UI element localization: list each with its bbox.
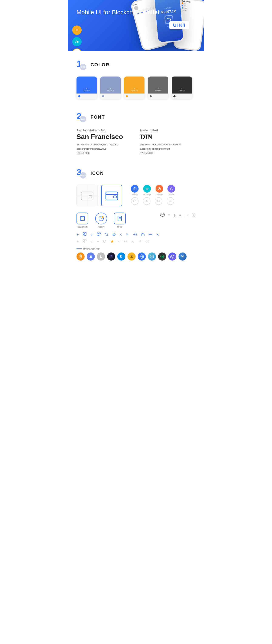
small-icons-section: + ✓ < <box>76 232 196 244</box>
history-icon-item: ! History <box>95 212 107 228</box>
wallet-wireframes <box>76 185 122 206</box>
din-upper: ABCDEFGHIJKLMNOPQRSTUVWXYZ <box>140 142 196 147</box>
info-circle-gray: ⓘ <box>146 240 149 244</box>
grid-coin-icon[interactable] <box>138 252 146 260</box>
exchange-icon[interactable] <box>143 185 151 192</box>
svg-text:!: ! <box>102 216 103 218</box>
svg-marker-70 <box>172 256 173 258</box>
waves-icon[interactable] <box>148 252 156 260</box>
chevron-left-icon-gray: < <box>118 240 120 244</box>
crypto-icons-row: ₿ Ξ Ł Đ Z <box>76 252 196 260</box>
svg-rect-44 <box>99 236 100 236</box>
small-icons-row-2: + ✓ − < ✕ ⓘ <box>76 239 196 244</box>
icon-section: 3 THREE ICON <box>76 160 196 265</box>
share-icon[interactable] <box>126 232 130 237</box>
svg-point-48 <box>134 234 136 235</box>
info-icon[interactable]: ⓘ <box>192 212 196 218</box>
blockchain-label: BlockChain Icon <box>83 248 100 250</box>
check-icon[interactable]: ✓ <box>90 233 93 237</box>
assets-label: Assets <box>132 194 138 196</box>
circle-icon[interactable]: ● <box>179 213 181 218</box>
svg-marker-47 <box>112 233 116 236</box>
color-section-number: 1 ONE <box>76 60 87 70</box>
nano-icon[interactable] <box>178 252 186 260</box>
search-icon[interactable] <box>104 232 108 237</box>
color-swatches: #3574FA #8DA0C8 #F5A623 <box>76 76 196 99</box>
bitcoin-icon[interactable]: ₿ <box>76 252 84 260</box>
svg-rect-52 <box>85 240 86 241</box>
polygon-icon[interactable] <box>168 252 176 260</box>
discover-icon-pair: Discover <box>156 185 163 196</box>
svg-point-15 <box>159 188 160 189</box>
font-grid: Regular · Medium · Bold San Francisco AB… <box>76 129 196 155</box>
svg-point-20 <box>170 200 171 201</box>
history-icon[interactable]: ! <box>95 212 107 224</box>
svg-rect-27 <box>118 216 122 221</box>
din-num: 1234567890 <box>140 151 196 155</box>
svg-point-16 <box>171 188 172 189</box>
hero-section: Mobile UI for Blockchain Wallet UI Kit P… <box>68 0 204 51</box>
profile-label: Profile <box>168 194 174 196</box>
history-label: History <box>98 226 104 228</box>
svg-rect-4 <box>170 19 171 20</box>
comment-icon[interactable]: ▭ <box>185 213 188 218</box>
profile-icon-pair: Profile <box>168 185 175 196</box>
color-section-header: 1 ONE COLOR <box>76 60 196 70</box>
plus-icon-gray: + <box>76 240 79 244</box>
order-icon[interactable] <box>114 212 126 224</box>
assets-icon[interactable] <box>131 185 138 192</box>
star-filled-icon[interactable] <box>110 239 114 244</box>
minus-icon-gray: − <box>97 240 99 244</box>
qr-icon[interactable] <box>97 232 101 237</box>
svg-rect-32 <box>85 232 86 234</box>
blockchain-line <box>76 248 82 249</box>
hero-badges: Ps 60+ Screens <box>72 26 82 51</box>
ethereum-icon[interactable]: Ξ <box>87 252 95 260</box>
dark-icon[interactable] <box>107 252 115 260</box>
moon-icon[interactable]: ◗ <box>174 213 176 218</box>
svg-rect-21 <box>80 216 84 220</box>
swap-icon[interactable] <box>148 232 152 237</box>
management-icon[interactable] <box>76 212 88 224</box>
chat-icon[interactable]: 💬 <box>160 213 165 218</box>
svg-rect-41 <box>98 235 98 236</box>
close-icon[interactable]: ✕ <box>156 233 159 237</box>
svg-marker-69 <box>171 255 174 258</box>
zcash-icon[interactable]: Z <box>128 252 136 260</box>
chevron-left-icon[interactable]: < <box>120 233 122 237</box>
sf-meta: Regular · Medium · Bold <box>76 129 132 132</box>
neo-icon[interactable] <box>158 252 166 260</box>
arrow-right-gray <box>138 239 142 244</box>
font-section-header: 2 TWO FONT <box>76 112 196 122</box>
svg-rect-10 <box>114 196 116 198</box>
hero-title: Mobile UI for Blockchain Wallet <box>76 8 196 16</box>
exchange-icon-pair: Exchange <box>143 185 151 196</box>
star-icon[interactable] <box>112 232 116 237</box>
settings-icon[interactable] <box>133 232 137 237</box>
stack-icon[interactable]: ≡ <box>168 213 170 218</box>
discover-icon[interactable] <box>156 185 163 192</box>
box-arrow-icon[interactable] <box>141 232 145 237</box>
dash-icon[interactable]: Đ <box>117 252 126 260</box>
x-icon-gray: ✕ <box>131 240 134 244</box>
svg-rect-40 <box>100 233 100 234</box>
swatch-blue: #3574FA <box>76 76 97 99</box>
din-name: DIN <box>140 133 196 140</box>
swatch-orange: #F5A623 <box>124 76 144 99</box>
plus-icon[interactable]: + <box>76 232 79 237</box>
font-title: FONT <box>90 114 105 120</box>
font-section: 2 TWO FONT Regular · Medium · Bold San F… <box>76 103 196 160</box>
grid-edit-icon-gray <box>83 239 86 244</box>
litecoin-icon[interactable]: Ł <box>97 252 105 260</box>
grid-edit-icon[interactable] <box>83 232 86 237</box>
wallet-icon-wireframe <box>76 185 98 206</box>
sf-name: San Francisco <box>76 133 132 140</box>
icon-top-row: Assets Exchange Discover <box>76 185 196 206</box>
svg-marker-17 <box>134 200 136 202</box>
swatch-steel: #8DA0C8 <box>100 76 121 99</box>
profile-icon[interactable] <box>168 185 175 192</box>
main-icons-row: Mangment ! History Order <box>76 212 196 228</box>
main-content: 1 ONE COLOR #3574FA #8DA0C8 <box>68 51 204 273</box>
sf-upper: ABCDEFGHIJKLMNOPQRSTUVWXYZ <box>76 142 132 147</box>
icon-section-header: 3 THREE ICON <box>76 168 196 178</box>
